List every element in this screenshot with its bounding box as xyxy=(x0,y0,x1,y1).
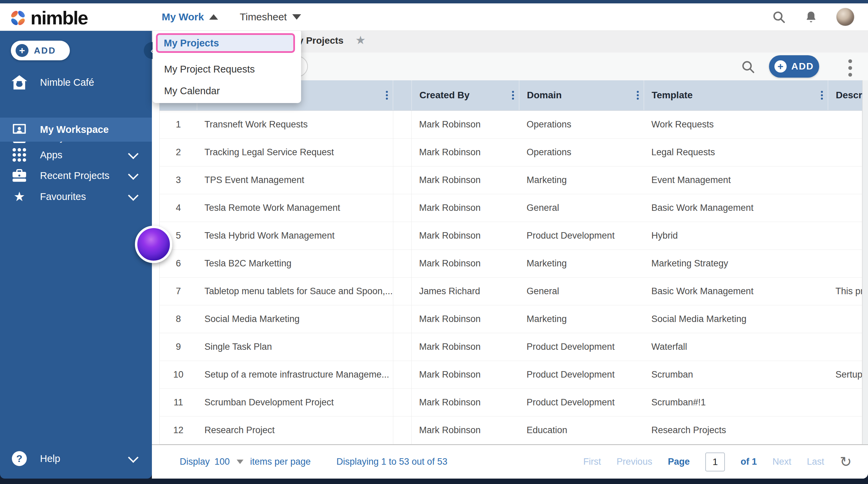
table-row[interactable]: 2Tracking Legal Service RequestMark Robi… xyxy=(160,139,862,166)
sidebar-item-label: Apps xyxy=(40,149,62,161)
row-index-cell: 12 xyxy=(160,417,197,444)
table-row[interactable]: 4Tesla Remote Work ManagementMark Robins… xyxy=(160,194,862,222)
description-cell xyxy=(828,194,862,222)
nimble-logo[interactable]: nimble xyxy=(9,7,87,29)
row-index-cell: 3 xyxy=(160,166,197,194)
nimble-logo-icon xyxy=(9,9,27,27)
created-by-cell: Mark Robinson xyxy=(412,194,519,222)
vertical-scrollbar[interactable] xyxy=(862,80,868,444)
domain-cell: Operations xyxy=(519,139,644,166)
add-project-button[interactable]: + ADD xyxy=(769,55,819,78)
description-cell xyxy=(828,139,862,166)
sidebar-item-my-workspace[interactable]: My Workspace xyxy=(0,118,152,142)
nav-timesheet[interactable]: Timesheet xyxy=(240,3,301,31)
project-name-cell: Tesla B2C Marketting xyxy=(197,250,393,277)
recording-bubble[interactable] xyxy=(135,226,172,263)
menu-item-my-projects[interactable]: My Projects xyxy=(156,33,295,53)
description-cell xyxy=(828,222,862,249)
description-cell xyxy=(828,166,862,194)
previous-page-button[interactable]: Previous xyxy=(617,457,652,467)
sidebar-add-label: ADD xyxy=(34,45,56,56)
spacer-cell xyxy=(393,222,412,249)
table-row[interactable]: 12Research ProjectMark RobinsonEducation… xyxy=(160,417,862,444)
sidebar-item-nimble-cafe[interactable]: Nimble Café xyxy=(0,70,152,95)
notifications-bell-icon[interactable] xyxy=(804,10,818,24)
row-index-cell: 2 xyxy=(160,139,197,166)
nav-timesheet-label: Timesheet xyxy=(240,11,287,23)
column-menu-kebab-icon[interactable] xyxy=(511,89,515,101)
table-row[interactable]: 8Social Media MarketingMark RobinsonMark… xyxy=(160,305,862,333)
search-icon[interactable] xyxy=(741,59,755,74)
column-menu-kebab-icon[interactable] xyxy=(820,89,824,101)
table-row[interactable]: 11Scrumban Development ProjectMark Robin… xyxy=(160,389,862,417)
chevron-down-icon[interactable] xyxy=(128,190,138,201)
domain-cell: Operations xyxy=(519,111,644,138)
table-row[interactable]: 3TPS Event ManagementMark RobinsonMarket… xyxy=(160,166,862,194)
domain-cell: Marketing xyxy=(519,166,644,194)
created-by-cell: James Richard xyxy=(412,278,519,305)
table-row[interactable]: 10Setup of a remote infrastructure Manag… xyxy=(160,361,862,389)
project-name-cell: Tesla Hybrid Work Management xyxy=(197,222,393,249)
description-cell: Sertup xyxy=(828,361,862,388)
chevron-up-icon xyxy=(209,14,218,20)
first-page-button[interactable]: First xyxy=(583,457,601,467)
menu-item-my-calendar[interactable]: My Calendar xyxy=(156,82,295,100)
user-avatar[interactable] xyxy=(836,8,854,26)
apps-grid-icon xyxy=(12,148,27,162)
chevron-down-icon[interactable] xyxy=(128,452,138,463)
more-options-kebab-icon[interactable] xyxy=(846,57,854,79)
domain-cell: Marketing xyxy=(519,305,644,333)
description-cell xyxy=(828,305,862,333)
template-cell: Basic Work Management xyxy=(644,194,828,222)
chevron-down-icon[interactable] xyxy=(128,148,138,159)
sidebar-item-label: Recent Projects xyxy=(40,170,110,181)
column-header-template[interactable]: Template xyxy=(644,80,828,110)
template-cell: Scrumban#!1 xyxy=(644,389,828,416)
refresh-icon[interactable]: ↻ xyxy=(840,455,852,469)
help-icon: ? xyxy=(12,451,27,466)
project-name-cell: Tesla Remote Work Management xyxy=(197,194,393,222)
row-index-cell: 1 xyxy=(160,111,197,138)
created-by-cell: Mark Robinson xyxy=(412,305,519,333)
project-name-cell: Social Media Marketing xyxy=(197,305,393,333)
table-row[interactable]: 7Tabletop menu tablets for Sauce and Spo… xyxy=(160,278,862,305)
domain-cell: Product Development xyxy=(519,389,644,416)
sidebar-add-button[interactable]: + ADD xyxy=(11,41,70,60)
my-work-dropdown-menu: My Projects My Project Requests My Calen… xyxy=(153,29,301,103)
created-by-cell: Mark Robinson xyxy=(412,333,519,361)
items-per-page-label: items per page xyxy=(250,457,311,467)
description-cell xyxy=(828,250,862,277)
domain-cell: Product Development xyxy=(519,333,644,361)
sidebar-item-help[interactable]: ? Help xyxy=(0,446,152,471)
table-row[interactable]: 5Tesla Hybrid Work ManagementMark Robins… xyxy=(160,222,862,250)
project-name-cell: Single Task Plan xyxy=(197,333,393,361)
table-row[interactable]: 9Single Task PlanMark RobinsonProduct De… xyxy=(160,333,862,361)
project-name-cell: TPS Event Management xyxy=(197,166,393,194)
search-icon[interactable] xyxy=(772,10,786,24)
page-number-input[interactable] xyxy=(705,452,725,471)
column-header-domain[interactable]: Domain xyxy=(519,80,644,110)
sidebar-item-favourites[interactable]: ★ Favourites xyxy=(0,184,152,209)
last-page-button[interactable]: Last xyxy=(807,457,824,467)
sidebar-item-label: Help xyxy=(40,453,60,464)
column-header-created-by[interactable]: Created By xyxy=(411,80,519,110)
row-index-cell: 10 xyxy=(160,361,197,388)
nav-my-work[interactable]: My Work xyxy=(162,3,218,31)
created-by-cell: Mark Robinson xyxy=(412,166,519,194)
created-by-cell: Mark Robinson xyxy=(412,111,519,138)
chevron-down-icon[interactable] xyxy=(128,169,138,180)
next-page-button[interactable]: Next xyxy=(772,457,791,467)
column-header-description[interactable]: Description xyxy=(828,80,862,110)
row-index-cell: 7 xyxy=(160,278,197,305)
column-menu-kebab-icon[interactable] xyxy=(384,89,389,101)
table-row[interactable]: 1Transneft Work RequestsMark RobinsonOpe… xyxy=(160,111,862,139)
per-page-dropdown-icon[interactable] xyxy=(237,460,243,464)
row-index-cell: 8 xyxy=(160,305,197,333)
menu-item-my-project-requests[interactable]: My Project Requests xyxy=(156,60,295,78)
template-cell: Basic Work Management xyxy=(644,278,828,305)
column-menu-kebab-icon[interactable] xyxy=(635,89,640,101)
favourite-star-icon[interactable]: ★ xyxy=(355,33,366,47)
table-row[interactable]: 6Tesla B2C MarkettingMark RobinsonMarket… xyxy=(160,250,862,278)
created-by-cell: Mark Robinson xyxy=(412,250,519,277)
items-per-page-value[interactable]: 100 xyxy=(215,457,230,467)
